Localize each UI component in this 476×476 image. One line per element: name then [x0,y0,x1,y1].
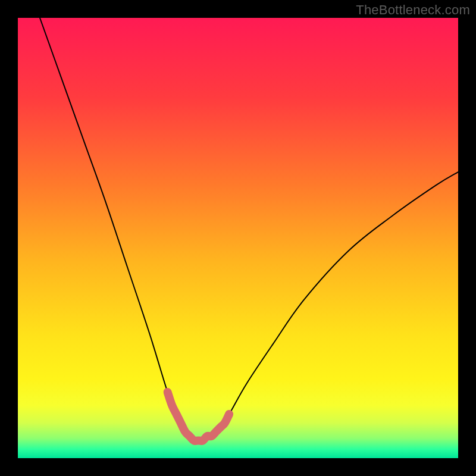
plot-area [18,18,458,458]
valley-highlight [168,392,230,441]
mismatch-curve [40,18,458,441]
curve-layer [18,18,458,458]
chart-frame: TheBottleneck.com [0,0,476,476]
watermark-text: TheBottleneck.com [356,2,470,18]
